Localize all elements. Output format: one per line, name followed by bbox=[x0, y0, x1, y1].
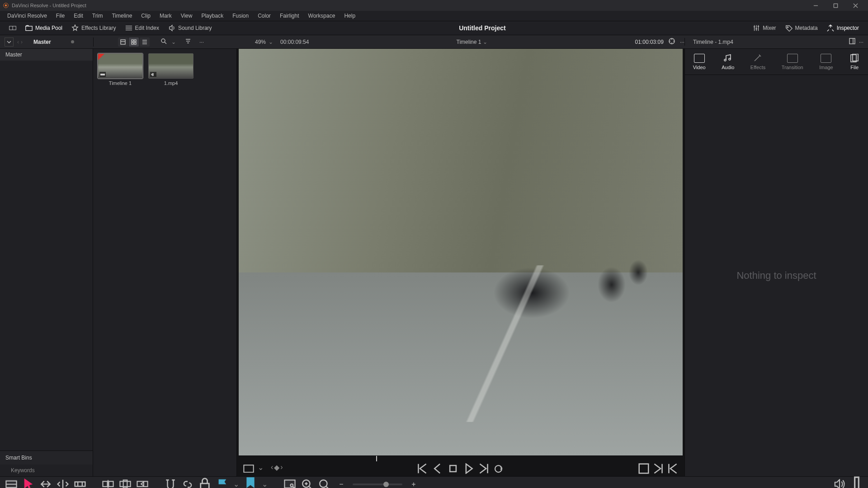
timeline-selector[interactable]: Timeline 1 ⌄ bbox=[457, 39, 488, 45]
search-dropdown[interactable]: ⌄ bbox=[171, 39, 176, 45]
marker-button[interactable] bbox=[245, 479, 256, 488]
selection-tool[interactable] bbox=[23, 479, 34, 488]
keyframe-indicator[interactable]: ◆ bbox=[274, 463, 279, 474]
nav-forward-button[interactable]: › bbox=[21, 39, 23, 45]
go-to-end-button[interactable] bbox=[478, 463, 489, 474]
main-area: Master Smart Bins Keywords Timeline 1 1.… bbox=[0, 49, 868, 476]
record-timecode: 01:00:03:09 bbox=[635, 39, 664, 45]
find-button[interactable] bbox=[284, 479, 296, 488]
monitor-volume-button[interactable] bbox=[834, 479, 845, 488]
match-dropdown[interactable]: ⌄ bbox=[258, 463, 264, 474]
effects-library-toggle[interactable]: Effects Library bbox=[67, 21, 120, 35]
menu-trim[interactable]: Trim bbox=[88, 11, 108, 21]
menu-workspace[interactable]: Workspace bbox=[304, 11, 340, 21]
flag-dropdown[interactable]: ⌄ bbox=[233, 480, 239, 488]
flag-button[interactable] bbox=[216, 479, 228, 488]
nav-back-button[interactable]: ‹ bbox=[17, 39, 19, 45]
timeline-zoom-slider[interactable] bbox=[353, 483, 402, 485]
inspector-tab-transition[interactable]: Transition bbox=[782, 54, 803, 70]
menu-color[interactable]: Color bbox=[253, 11, 275, 21]
next-clip-button[interactable] bbox=[653, 463, 664, 474]
viewer-zoom-value[interactable]: 49% bbox=[255, 39, 266, 45]
menu-clip[interactable]: Clip bbox=[137, 11, 155, 21]
media-pool-toggle[interactable]: Media Pool bbox=[21, 21, 67, 35]
play-button[interactable] bbox=[463, 463, 474, 474]
loop-button[interactable] bbox=[494, 463, 505, 474]
timeline-toolbar: ⌄ ⌄ − + bbox=[0, 477, 868, 488]
smart-bins-header[interactable]: Smart Bins bbox=[0, 451, 93, 465]
window-close-button[interactable] bbox=[845, 0, 865, 11]
position-lock-toggle[interactable] bbox=[199, 479, 211, 488]
menu-fusion[interactable]: Fusion bbox=[228, 11, 253, 21]
svg-rect-6 bbox=[121, 40, 125, 44]
inspector-expand-button[interactable] bbox=[849, 38, 855, 46]
blade-tool[interactable] bbox=[74, 479, 86, 488]
menu-help[interactable]: Help bbox=[340, 11, 360, 21]
inspector-tab-video[interactable]: Video bbox=[693, 54, 706, 70]
insert-clip-button[interactable] bbox=[102, 479, 114, 488]
inspector-tab-image[interactable]: Image bbox=[819, 54, 833, 70]
sort-button[interactable] bbox=[185, 38, 191, 46]
inspector-tab-file[interactable]: File bbox=[849, 54, 860, 70]
inspector-tab-effects[interactable]: Effects bbox=[750, 54, 765, 70]
metadata-view-button[interactable] bbox=[118, 38, 128, 47]
timeline-view-options[interactable] bbox=[5, 479, 17, 488]
bin-layout-dropdown[interactable] bbox=[5, 38, 14, 47]
mixer-toggle[interactable]: Mixer bbox=[748, 21, 780, 35]
media-pool-icon bbox=[25, 24, 33, 32]
svg-point-5 bbox=[787, 27, 788, 28]
viewer-canvas[interactable] bbox=[239, 49, 683, 455]
svg-rect-7 bbox=[132, 40, 133, 42]
prev-clip-button[interactable] bbox=[667, 463, 678, 474]
menu-playback[interactable]: Playback bbox=[197, 11, 228, 21]
clip-thumbnail[interactable]: Timeline 1 bbox=[98, 53, 143, 86]
next-keyframe-button[interactable]: › bbox=[280, 463, 283, 474]
custom-zoom-button[interactable] bbox=[318, 479, 330, 488]
link-toggle[interactable] bbox=[182, 479, 193, 488]
master-bin[interactable]: Master bbox=[0, 49, 93, 61]
gpu-status-icon[interactable] bbox=[668, 38, 675, 46]
viewer-scrub-bar[interactable] bbox=[239, 455, 683, 461]
zoom-dropdown[interactable]: ⌄ bbox=[269, 39, 273, 45]
inspector-toggle[interactable]: Inspector bbox=[822, 21, 863, 35]
list-view-button[interactable] bbox=[140, 38, 150, 47]
marker-dropdown[interactable]: ⌄ bbox=[262, 480, 268, 488]
menu-view[interactable]: View bbox=[176, 11, 197, 21]
prev-keyframe-button[interactable]: ‹ bbox=[271, 463, 273, 474]
menu-mark[interactable]: Mark bbox=[155, 11, 176, 21]
match-frame-button[interactable] bbox=[243, 463, 254, 474]
trim-tool[interactable] bbox=[40, 479, 52, 488]
menu-edit[interactable]: Edit bbox=[69, 11, 88, 21]
zoom-to-fit-button[interactable] bbox=[301, 479, 313, 488]
zoom-out-button[interactable]: − bbox=[335, 479, 347, 488]
zoom-in-button[interactable]: + bbox=[408, 479, 420, 488]
search-button[interactable] bbox=[160, 38, 167, 46]
thumbnail-view-button[interactable] bbox=[129, 38, 139, 47]
metadata-toggle[interactable]: Metadata bbox=[781, 21, 822, 35]
sound-library-toggle[interactable]: Sound Library bbox=[164, 21, 217, 35]
stop-button[interactable] bbox=[448, 463, 458, 474]
menu-davinci-resolve[interactable]: DaVinci Resolve bbox=[3, 11, 52, 21]
inspector-tab-audio[interactable]: Audio bbox=[722, 54, 734, 70]
svg-rect-23 bbox=[108, 482, 113, 487]
snapping-toggle[interactable] bbox=[165, 479, 176, 488]
dual-viewer-toggle[interactable] bbox=[5, 21, 21, 35]
fullscreen-button[interactable] bbox=[638, 463, 649, 474]
overwrite-clip-button[interactable] bbox=[119, 479, 131, 488]
menu-fairlight[interactable]: Fairlight bbox=[275, 11, 304, 21]
dynamic-trim-tool[interactable] bbox=[57, 479, 69, 488]
step-back-button[interactable] bbox=[432, 463, 443, 474]
go-to-start-button[interactable] bbox=[417, 463, 428, 474]
inspector-options-button[interactable]: ··· bbox=[859, 39, 863, 45]
dim-button[interactable] bbox=[851, 479, 863, 488]
smart-bin-keywords[interactable]: Keywords bbox=[0, 465, 93, 476]
clip-thumbnail[interactable]: 1.mp4 bbox=[148, 53, 193, 86]
window-maximize-button[interactable] bbox=[826, 0, 845, 11]
viewer-options-button[interactable]: ··· bbox=[680, 39, 684, 45]
replace-clip-button[interactable] bbox=[137, 479, 148, 488]
edit-index-toggle[interactable]: Edit Index bbox=[121, 21, 164, 35]
menu-timeline[interactable]: Timeline bbox=[107, 11, 137, 21]
window-minimize-button[interactable] bbox=[806, 0, 826, 11]
pool-options-button[interactable]: ··· bbox=[199, 39, 204, 45]
menu-file[interactable]: File bbox=[52, 11, 69, 21]
